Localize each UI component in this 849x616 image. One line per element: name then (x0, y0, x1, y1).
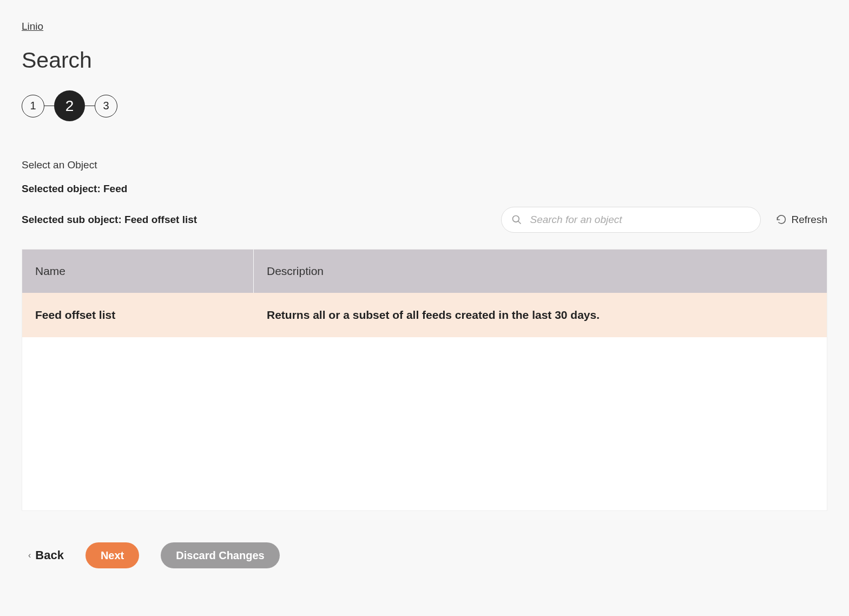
refresh-icon (776, 214, 787, 225)
table-empty-space (22, 337, 827, 510)
page-title: Search (22, 48, 827, 73)
refresh-button[interactable]: Refresh (776, 214, 827, 226)
table-row[interactable]: Feed offset list Returns all or a subset… (22, 293, 827, 337)
chevron-left-icon: ‹ (28, 551, 31, 560)
search-box[interactable] (501, 207, 761, 233)
search-input[interactable] (530, 214, 751, 226)
table-header: Name Description (22, 250, 827, 293)
selected-sub-object-prefix: Selected sub object: (22, 214, 124, 225)
discard-changes-button[interactable]: Discard Changes (161, 542, 279, 568)
search-icon (511, 214, 522, 225)
object-table: Name Description Feed offset list Return… (22, 249, 827, 511)
svg-line-1 (518, 221, 521, 224)
column-header-name[interactable]: Name (22, 250, 254, 293)
sub-object-row: Selected sub object: Feed offset list Re… (22, 207, 827, 233)
selected-sub-object-value: Feed offset list (124, 214, 197, 225)
next-button[interactable]: Next (85, 542, 139, 568)
search-refresh-group: Refresh (501, 207, 827, 233)
cell-name: Feed offset list (22, 309, 254, 322)
back-label: Back (35, 548, 64, 562)
action-bar: ‹ Back Next Discard Changes (22, 542, 827, 568)
selected-object-prefix: Selected object: (22, 183, 103, 194)
column-header-description[interactable]: Description (254, 265, 827, 278)
step-connector (85, 106, 95, 107)
step-3[interactable]: 3 (95, 95, 117, 117)
selected-object: Selected object: Feed (22, 183, 827, 195)
step-2[interactable]: 2 (54, 90, 85, 121)
back-button[interactable]: ‹ Back (28, 548, 64, 562)
section-label: Select an Object (22, 159, 827, 171)
refresh-label: Refresh (791, 214, 827, 226)
step-connector (44, 106, 54, 107)
stepper: 1 2 3 (22, 90, 827, 121)
cell-description: Returns all or a subset of all feeds cre… (254, 309, 827, 322)
selected-object-value: Feed (103, 183, 127, 194)
svg-point-0 (513, 216, 519, 222)
breadcrumb-link[interactable]: Linio (22, 21, 43, 32)
selected-sub-object: Selected sub object: Feed offset list (22, 214, 197, 226)
step-1[interactable]: 1 (22, 95, 44, 117)
